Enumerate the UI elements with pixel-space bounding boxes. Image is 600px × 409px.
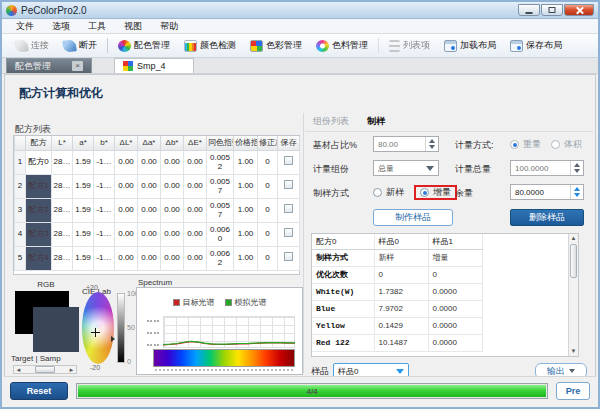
- toolbar-label: 保存布局: [526, 39, 562, 52]
- column-header[interactable]: ΔL*: [115, 136, 138, 150]
- sample-column-header[interactable]: 样品1: [428, 234, 482, 249]
- row-number[interactable]: 1: [15, 150, 26, 174]
- column-header[interactable]: 价格指数: [234, 136, 258, 150]
- down-arrow-icon[interactable]: [574, 169, 580, 173]
- column-header[interactable]: Δa*: [138, 136, 161, 150]
- base-ratio-stepper[interactable]: 80.00: [373, 136, 439, 152]
- row-number[interactable]: 3: [15, 198, 26, 222]
- formula-name-cell[interactable]: 配方1: [26, 174, 52, 198]
- scroll-up-icon[interactable]: ▲: [569, 234, 578, 243]
- tab-smp4[interactable]: Smp_4: [114, 58, 194, 73]
- swatch-scrollbar[interactable]: ◄ ►: [13, 365, 77, 374]
- sample-column-header[interactable]: 样品0: [374, 234, 428, 249]
- column-header[interactable]: b*: [94, 136, 115, 150]
- increment-radio[interactable]: [420, 188, 429, 197]
- scroll-down-icon[interactable]: ▼: [569, 347, 578, 356]
- toolbar-button[interactable]: 颜色检测: [177, 38, 243, 53]
- sample-table-row[interactable]: Blue 7.9702 0.0000: [312, 300, 482, 317]
- increment-label: 增量: [433, 186, 451, 199]
- save-checkbox[interactable]: [284, 252, 293, 261]
- remain-stepper[interactable]: 80.0000: [510, 184, 584, 200]
- formula-row[interactable]: 4 配方3 28… 1.59 -1… 0.00 0.00 0.00 0.00 0…: [15, 222, 300, 246]
- new-sample-radio[interactable]: [373, 188, 382, 197]
- save-checkbox[interactable]: [284, 204, 293, 213]
- component-label: 计量组份: [313, 163, 349, 176]
- maximize-icon[interactable]: [541, 4, 563, 16]
- row-number[interactable]: 4: [15, 222, 26, 246]
- sample-column-header[interactable]: 配方0: [312, 234, 374, 249]
- stepper-arrows[interactable]: [570, 161, 583, 175]
- menu-item[interactable]: 选项: [44, 19, 78, 34]
- reset-button[interactable]: Reset: [10, 382, 68, 400]
- menu-item[interactable]: 文件: [8, 19, 42, 34]
- toolbar-icon: [118, 40, 131, 52]
- volume-radio[interactable]: [551, 140, 560, 149]
- toolbar-icon: [14, 39, 29, 53]
- column-header[interactable]: 保存: [278, 136, 300, 150]
- toolbar-button[interactable]: 保存布局: [503, 38, 569, 53]
- save-checkbox[interactable]: [284, 156, 293, 165]
- up-arrow-icon[interactable]: [429, 139, 435, 143]
- menu-item[interactable]: 视图: [116, 19, 150, 34]
- stepper-arrows[interactable]: [425, 137, 438, 151]
- scroll-thumb[interactable]: [570, 244, 577, 278]
- stepper-arrows[interactable]: [570, 185, 583, 199]
- total-stepper[interactable]: 100.0000: [510, 160, 584, 176]
- column-header[interactable]: Δb*: [161, 136, 184, 150]
- column-header[interactable]: 同色指数: [207, 136, 234, 150]
- down-arrow-icon[interactable]: [574, 193, 580, 197]
- tab-sampling[interactable]: 制样: [367, 115, 385, 128]
- formula-name-cell[interactable]: 配方0: [26, 150, 52, 174]
- component-dropdown[interactable]: 总量: [373, 160, 439, 176]
- formula-name-cell[interactable]: 配方4: [26, 246, 52, 270]
- row-number[interactable]: 5: [15, 246, 26, 270]
- up-arrow-icon[interactable]: [574, 163, 580, 167]
- dropdown-arrow-icon: [426, 166, 434, 171]
- sample-table-row[interactable]: Red 122 10.1487 0.0000: [312, 334, 482, 351]
- formula-row[interactable]: 1 配方0 28… 1.59 -1… 0.00 0.00 0.00 0.00 0…: [15, 150, 300, 174]
- minimize-icon[interactable]: [518, 4, 540, 16]
- toolbar-button[interactable]: 配色管理: [107, 38, 177, 53]
- scroll-thumb[interactable]: [35, 366, 55, 373]
- formula-name-cell[interactable]: 配方2: [26, 198, 52, 222]
- sample-table-scrollbar[interactable]: ▲ ▼: [568, 234, 578, 356]
- toolbar-button[interactable]: 列表项: [378, 38, 437, 53]
- tab-components-list[interactable]: 组份列表: [313, 115, 349, 128]
- menu-item[interactable]: 帮助: [152, 19, 186, 34]
- column-header[interactable]: 配方: [26, 136, 52, 150]
- sample-table-row[interactable]: 优化次数 0 0: [312, 266, 482, 283]
- tab-color-match-manage[interactable]: 配色管理 ×: [6, 58, 92, 73]
- scroll-left-icon[interactable]: ◄: [14, 367, 23, 373]
- make-sample-button[interactable]: 制作样品: [373, 209, 453, 226]
- save-checkbox[interactable]: [284, 180, 293, 189]
- scroll-right-icon[interactable]: ►: [67, 367, 76, 373]
- formula-name-cell[interactable]: 配方3: [26, 222, 52, 246]
- toolbar-button[interactable]: 连接: [8, 38, 56, 53]
- sample-table-row[interactable]: Yellow 0.1429 0.0000: [312, 317, 482, 334]
- formula-row[interactable]: 2 配方1 28… 1.59 -1… 0.00 0.00 0.00 0.00 0…: [15, 174, 300, 198]
- toolbar-button[interactable]: 色料管理: [309, 38, 375, 53]
- down-arrow-icon[interactable]: [429, 145, 435, 149]
- toolbar-button[interactable]: 加载布局: [437, 38, 503, 53]
- save-checkbox[interactable]: [284, 228, 293, 237]
- column-header[interactable]: 修正次数: [258, 136, 278, 150]
- pre-button[interactable]: Pre: [556, 382, 590, 400]
- sample-table-row[interactable]: White(W) 1.7382 0.0000: [312, 283, 482, 300]
- sample-table-row[interactable]: 制样方式 新样 增量: [312, 249, 482, 266]
- menu-item[interactable]: 工具: [80, 19, 114, 34]
- column-header[interactable]: L*: [52, 136, 73, 150]
- weight-radio[interactable]: [510, 140, 519, 149]
- up-arrow-icon[interactable]: [574, 187, 580, 191]
- row-number[interactable]: 2: [15, 174, 26, 198]
- column-header[interactable]: ΔE*: [184, 136, 207, 150]
- tab-close-icon[interactable]: ×: [72, 61, 83, 71]
- lightness-bar[interactable]: [117, 293, 125, 363]
- delete-sample-button[interactable]: 删除样品: [510, 209, 584, 226]
- column-header[interactable]: a*: [73, 136, 94, 150]
- toolbar-button[interactable]: 色彩管理: [243, 38, 309, 53]
- formula-row[interactable]: 5 配方4 28… 1.59 -1… 0.00 0.00 0.00 0.00 0…: [15, 246, 300, 270]
- toolbar-button[interactable]: 断开: [56, 38, 104, 53]
- column-header[interactable]: [15, 136, 26, 150]
- close-icon[interactable]: [564, 4, 594, 16]
- formula-row[interactable]: 3 配方2 28… 1.59 -1… 0.00 0.00 0.00 0.00 0…: [15, 198, 300, 222]
